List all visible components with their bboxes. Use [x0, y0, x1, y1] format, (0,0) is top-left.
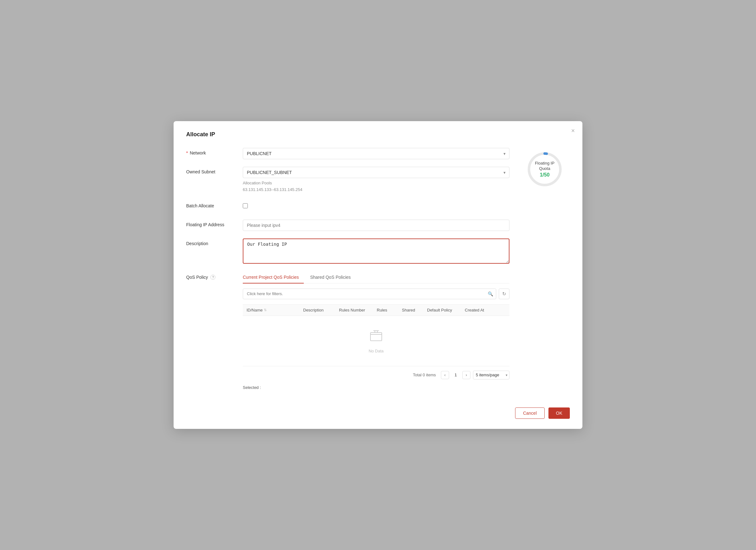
- th-shared: Shared: [402, 308, 427, 313]
- sort-icon[interactable]: ⇅: [264, 308, 267, 312]
- subnet-control: PUBLICNET_SUBNET ▾ Allocation Pools 63.1…: [243, 167, 509, 193]
- refresh-icon: ↻: [502, 291, 506, 297]
- no-data-text: No Data: [369, 349, 384, 353]
- network-row: * Network PUBLICNET ▾: [186, 148, 509, 159]
- table-body: No Data: [243, 316, 509, 366]
- quota-circle: Floating IP Quota 1/50: [526, 150, 564, 188]
- pagination-next-button[interactable]: ›: [462, 371, 470, 379]
- form-area: * Network PUBLICNET ▾ Owned Subnet: [186, 148, 509, 397]
- ok-button[interactable]: OK: [548, 408, 570, 419]
- qos-policy-row: QoS Policy ? Current Project QoS Policie…: [186, 272, 509, 390]
- qos-help-icon[interactable]: ?: [210, 275, 215, 280]
- cancel-button[interactable]: Cancel: [515, 408, 545, 419]
- quota-label-line1: Floating IP: [535, 161, 554, 166]
- tab-current-project[interactable]: Current Project QoS Policies: [243, 272, 304, 284]
- qos-label: QoS Policy ?: [186, 272, 243, 280]
- subnet-select[interactable]: PUBLICNET_SUBNET: [243, 167, 509, 178]
- table-header: ID/Name ⇅ Description Rules Number Rules…: [243, 305, 509, 316]
- filter-input[interactable]: [243, 289, 496, 299]
- floating-ip-control: [243, 219, 509, 231]
- selected-row: Selected :: [243, 384, 509, 390]
- filter-input-wrap: 🔍: [243, 289, 496, 299]
- page-size-select[interactable]: 5 items/page 10 items/page 20 items/page: [473, 371, 509, 380]
- close-button[interactable]: ×: [571, 127, 575, 134]
- subnet-label: Owned Subnet: [186, 167, 243, 174]
- dialog-body: * Network PUBLICNET ▾ Owned Subnet: [186, 148, 570, 397]
- quota-area: Floating IP Quota 1/50: [520, 148, 570, 397]
- network-label: * Network: [186, 148, 243, 155]
- qos-tabs: Current Project QoS Policies Shared QoS …: [243, 272, 509, 284]
- filter-row: 🔍 ↻: [243, 289, 509, 299]
- description-textarea[interactable]: [243, 238, 509, 264]
- quota-inner: Floating IP Quota 1/50: [535, 161, 554, 178]
- description-label: Description: [186, 238, 243, 246]
- dialog-footer: Cancel OK: [186, 408, 570, 419]
- batch-allocate-checkbox[interactable]: [243, 203, 248, 208]
- subnet-select-wrap: PUBLICNET_SUBNET ▾: [243, 167, 509, 178]
- required-indicator: *: [186, 150, 188, 155]
- quota-label-line2: Quota: [535, 166, 554, 171]
- qos-table: ID/Name ⇅ Description Rules Number Rules…: [243, 304, 509, 382]
- th-rules-number: Rules Number: [339, 308, 377, 313]
- network-select[interactable]: PUBLICNET: [243, 148, 509, 159]
- network-control: PUBLICNET ▾: [243, 148, 509, 159]
- floating-ip-row: Floating IP Address: [186, 219, 509, 231]
- page-size-wrap: 5 items/page 10 items/page 20 items/page…: [473, 371, 509, 380]
- description-row: Description: [186, 238, 509, 264]
- quota-value: 1/50: [535, 172, 554, 178]
- allocation-pools: Allocation Pools 63.131.145.133--63.131.…: [243, 180, 509, 193]
- floating-ip-input[interactable]: [243, 219, 509, 231]
- pagination-current-page: 1: [452, 371, 460, 379]
- no-data-icon: [369, 328, 384, 346]
- batch-checkbox-wrap: [243, 201, 509, 208]
- tab-shared[interactable]: Shared QoS Policies: [310, 272, 356, 284]
- svg-rect-0: [370, 333, 382, 341]
- search-icon: 🔍: [488, 292, 493, 297]
- th-default-policy: Default Policy: [427, 308, 465, 313]
- pagination-row: Total 0 items ‹ 1 › 5 items/page 10 item…: [243, 366, 509, 382]
- refresh-button[interactable]: ↻: [499, 289, 509, 299]
- th-description: Description: [303, 308, 339, 313]
- allocate-ip-dialog: Allocate IP × * Network PUBLICNET ▾: [174, 121, 582, 429]
- dialog-title: Allocate IP: [186, 131, 570, 138]
- network-select-wrap: PUBLICNET ▾: [243, 148, 509, 159]
- th-id-name: ID/Name ⇅: [247, 308, 303, 313]
- description-control: [243, 238, 509, 264]
- batch-allocate-control: [243, 201, 509, 208]
- batch-allocate-label: Batch Allocate: [186, 201, 243, 208]
- floating-ip-label: Floating IP Address: [186, 219, 243, 227]
- th-rules: Rules: [377, 308, 402, 313]
- pagination-total: Total 0 items: [413, 373, 436, 377]
- pagination-prev-button[interactable]: ‹: [441, 371, 449, 379]
- subnet-row: Owned Subnet PUBLICNET_SUBNET ▾ Allocati…: [186, 167, 509, 193]
- qos-label-row: QoS Policy ? Current Project QoS Policie…: [186, 272, 509, 390]
- th-created-at: Created At: [465, 308, 506, 313]
- batch-allocate-row: Batch Allocate: [186, 201, 509, 212]
- qos-control: Current Project QoS Policies Shared QoS …: [243, 272, 509, 390]
